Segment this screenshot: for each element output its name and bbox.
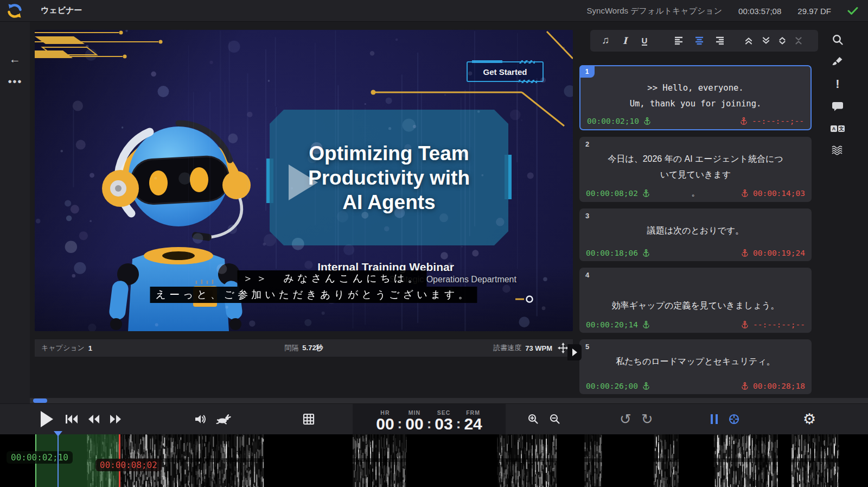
caption-number: 2 — [585, 140, 589, 148]
move-handle-icon[interactable] — [558, 343, 569, 353]
anchor-in-icon[interactable] — [642, 249, 650, 257]
caption-card-2[interactable]: 2 今日は、2026 年の AI エージェント統合につ いて見ていきます 00:… — [579, 137, 812, 202]
slide-title-line: Optimizing Team — [309, 141, 469, 166]
align-left-icon[interactable] — [673, 34, 686, 48]
caption-end-time[interactable]: --:--:--;-- — [752, 117, 804, 125]
undo-icon[interactable]: ↺ — [620, 412, 631, 426]
anchor-out-icon[interactable] — [740, 117, 748, 125]
anchor-out-icon[interactable] — [741, 189, 749, 197]
anchor-out-icon[interactable] — [741, 382, 749, 390]
waveform-settings-icon[interactable] — [829, 144, 846, 158]
translate-icon[interactable]: A文 — [829, 122, 846, 136]
caption-track-name: SyncWords デフォルトキャプション — [587, 6, 722, 16]
caption-text-line[interactable]: 効率ギャップの定義を見ていきましょう。 — [579, 298, 812, 313]
burned-subtitle-line2: えーっと、ご参加いただきありがとうございます。 — [150, 287, 477, 303]
search-icon[interactable] — [829, 33, 846, 47]
anchor-in-icon[interactable] — [642, 189, 650, 197]
caption-card-1[interactable]: 1 >> Hello, everyone. Um, thank you for … — [579, 65, 812, 130]
caption-count-label: キャプション — [41, 343, 85, 353]
caption-text-line[interactable]: >> Hello, everyone. — [580, 80, 810, 96]
anchor-in-icon[interactable] — [642, 382, 650, 390]
caption-card-3[interactable]: 3 議題は次のとおりです。 00:00:18;06 00:00:19;24 — [579, 208, 812, 261]
slide-title-line: AI Agents — [342, 190, 435, 214]
fast-forward-button[interactable] — [108, 413, 123, 425]
zoom-out-icon[interactable] — [549, 413, 561, 425]
more-options-icon[interactable]: ●●● — [0, 72, 30, 90]
italic-icon[interactable]: I — [618, 34, 631, 48]
volume-icon[interactable] — [194, 414, 207, 425]
playhead-marker[interactable] — [54, 431, 62, 437]
caption-text-line[interactable]: Um, thank you for joining. — [580, 96, 810, 112]
caption-text-line[interactable]: 今日は、2026 年の AI エージェント統合につ — [579, 151, 812, 167]
reading-speed-label: 読書速度 — [493, 343, 521, 353]
anchor-out-icon[interactable] — [741, 321, 749, 328]
comments-icon[interactable] — [829, 99, 846, 113]
get-started-accent — [472, 60, 502, 63]
caption-start-time[interactable]: 00:00:20;14 — [586, 320, 638, 329]
rewind-button[interactable] — [87, 413, 101, 425]
timecode-colon: : — [456, 414, 461, 433]
timeline-scrollbar[interactable] — [30, 398, 868, 403]
move-caption-down-icon[interactable] — [760, 34, 773, 48]
caption-card-5[interactable]: 5 私たちのロードマップとセキュリティ。 00:00:26;00 00:00:2… — [579, 339, 812, 394]
skip-to-start-button[interactable] — [65, 413, 79, 425]
master-timecode: 00:03:57;08 — [738, 7, 781, 16]
anchor-out-icon[interactable] — [741, 249, 749, 257]
follow-playhead-icon[interactable] — [728, 413, 740, 425]
transport-bar: HR00 : MIN00 : SEC03 : FRM24 ↺ ↻ ⚙ — [0, 403, 868, 434]
caption-timing-row: 00:00:08;02 。 00:00:14;03 — [586, 188, 805, 198]
issues-icon[interactable]: ! — [829, 77, 846, 91]
selection-start-label: 00:00:02;10 — [7, 451, 73, 464]
timeline-scrollbar-thumb[interactable] — [33, 399, 47, 403]
caption-start-time[interactable]: 00:00:18;06 — [586, 249, 638, 257]
selection-end-label: 00:00:08;02 — [95, 459, 162, 471]
align-center-icon[interactable] — [693, 34, 706, 48]
play-button[interactable] — [41, 411, 53, 427]
playhead-line[interactable] — [58, 434, 59, 487]
caption-text-line[interactable]: いて見ていきます — [579, 167, 812, 182]
caption-start-time[interactable]: 00:00:26;00 — [586, 382, 638, 390]
anchor-in-icon[interactable] — [643, 117, 651, 125]
pause-bar — [711, 414, 713, 424]
caption-end-time[interactable]: 00:00:19;24 — [753, 249, 805, 257]
playback-speed-rabbit-icon[interactable] — [216, 414, 231, 425]
grid-view-icon[interactable] — [303, 413, 315, 425]
get-started-button[interactable]: Get Started — [467, 61, 544, 82]
video-player[interactable]: Optimizing Team Productivity with AI Age… — [35, 30, 573, 331]
syncwords-logo-icon[interactable] — [7, 3, 23, 19]
caption-end-time[interactable]: 00:00:14;03 — [753, 189, 805, 198]
top-bar: ウェビナー SyncWords デフォルトキャプション 00:03:57;08 … — [0, 0, 868, 22]
back-arrow-icon[interactable]: ← — [0, 50, 30, 68]
chevron-right-icon — [572, 349, 577, 356]
settings-gear-icon[interactable]: ⚙ — [803, 412, 816, 427]
music-note-icon[interactable]: ♫ — [599, 33, 612, 47]
panel-collapse-handle[interactable] — [567, 344, 582, 360]
caption-start-time[interactable]: 00:00:02;10 — [587, 117, 639, 125]
timecode-min: 00 — [405, 415, 423, 433]
style-brush-icon[interactable] — [829, 55, 846, 69]
caption-end-time[interactable]: --:--:--;-- — [753, 320, 805, 329]
caption-timing-row: 00:00:18;06 00:00:19;24 — [586, 249, 805, 257]
underline-icon[interactable]: U — [638, 34, 651, 48]
audio-waveform-timeline[interactable]: 00:00:02;10 00:00:08;02 — [0, 434, 868, 487]
caption-card-4[interactable]: 4 効率ギャップの定義を見ていきましょう。 00:00:20;14 --:--:… — [579, 268, 812, 333]
pause-bar — [716, 414, 718, 424]
move-caption-up-icon[interactable] — [742, 34, 755, 48]
timecode-sec: 03 — [435, 415, 452, 433]
reading-speed-value: 73 WPM — [525, 344, 552, 352]
zoom-in-icon[interactable] — [527, 413, 539, 425]
get-started-accent — [519, 60, 535, 64]
align-right-icon[interactable] — [713, 34, 726, 48]
collapse-caption-icon[interactable] — [792, 34, 805, 48]
anchor-in-icon[interactable] — [642, 321, 650, 328]
caption-text-line[interactable]: 私たちのロードマップとセキュリティ。 — [579, 353, 812, 369]
caption-start-time[interactable]: 00:00:08;02 — [586, 189, 638, 198]
expand-caption-icon[interactable] — [776, 34, 789, 48]
pause-sync-icon[interactable] — [711, 414, 718, 424]
play-overlay-icon[interactable] — [289, 165, 318, 200]
caption-text-line[interactable]: 議題は次のとおりです。 — [579, 223, 812, 238]
redo-icon[interactable]: ↻ — [641, 412, 653, 426]
caption-end-time[interactable]: 00:00:28;18 — [753, 382, 805, 390]
caption-text-line[interactable] — [579, 282, 812, 298]
caption-timing-row: 00:00:20;14 --:--:--;-- — [586, 320, 805, 329]
